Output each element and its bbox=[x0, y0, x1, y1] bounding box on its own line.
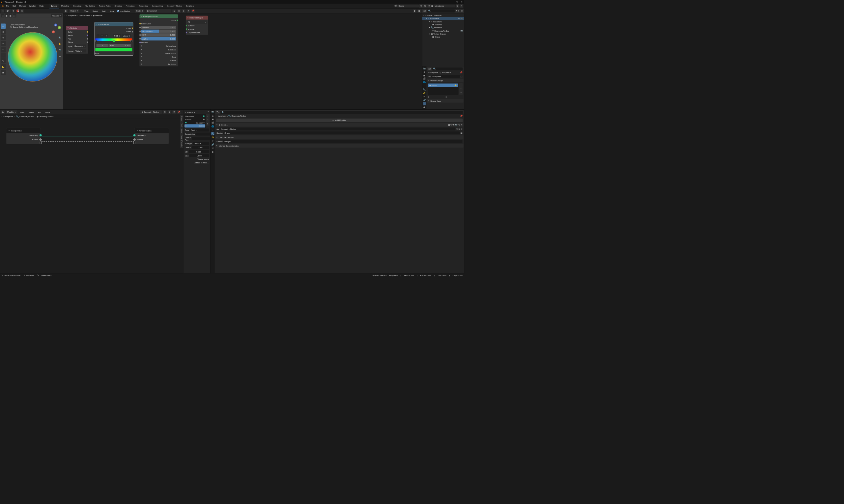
prop-tab-viewlayer[interactable]: ▦ bbox=[423, 74, 426, 77]
viewlayer-delete-button[interactable]: ✕ bbox=[460, 4, 463, 8]
iface-out-socket[interactable]: Socket bbox=[184, 118, 205, 121]
select-mode-4-icon[interactable]: ⬚ bbox=[13, 14, 16, 17]
prop-tab-viewlayer[interactable]: ▦ bbox=[211, 118, 214, 121]
ramp-stop-0[interactable] bbox=[95, 40, 97, 42]
mod-render-icon[interactable]: 📷 bbox=[455, 124, 457, 126]
pin-icon[interactable]: 📌 bbox=[460, 71, 463, 74]
workspace-texpaint[interactable]: Texture Paint bbox=[97, 4, 112, 8]
material-unlink-icon[interactable]: ✕ bbox=[186, 9, 190, 13]
ramp-index[interactable]: 1 bbox=[96, 44, 109, 47]
shield-icon[interactable]: ⬚ bbox=[461, 75, 463, 77]
prop-tab-object[interactable]: ▫ bbox=[423, 84, 426, 88]
vg-remove-button[interactable]: − bbox=[459, 87, 463, 91]
axis-x[interactable]: X bbox=[52, 30, 55, 33]
gn-unlink-icon[interactable]: ✕ bbox=[461, 128, 463, 130]
pin-icon[interactable]: 📌 bbox=[192, 9, 195, 13]
group-input-node[interactable]: Group Input Geometry Socket bbox=[6, 128, 41, 144]
gn-tab-nodewrangler[interactable]: Node Wrangler bbox=[180, 134, 183, 148]
colorramp-gradient[interactable] bbox=[95, 38, 132, 41]
cursor-tool[interactable]: ⊕ bbox=[1, 29, 5, 34]
outliner-editor-icon[interactable]: ☰▾ bbox=[423, 9, 427, 13]
axis-y[interactable]: Y bbox=[58, 26, 61, 29]
attribute-toggle-icon[interactable]: ▦ bbox=[461, 132, 463, 134]
gn-pin-icon[interactable]: 📌 bbox=[177, 110, 181, 114]
workspace-sculpting[interactable]: Sculpting bbox=[71, 4, 83, 8]
menu-render[interactable]: Render bbox=[18, 4, 28, 8]
prop-tab-modifier[interactable]: 🔧 bbox=[423, 88, 426, 91]
max-field[interactable]: 1.000 bbox=[190, 154, 209, 157]
gn-view-menu[interactable]: View bbox=[18, 110, 26, 114]
internal-deps-panel[interactable]: Internal Dependencies bbox=[215, 144, 464, 148]
group-transmission[interactable]: Transmission bbox=[140, 52, 177, 55]
prop-tab-mesh-data[interactable]: ▽ bbox=[423, 102, 426, 105]
gn-tree-name[interactable]: ◈ Geometry Nodes bbox=[140, 110, 162, 114]
camera-view-icon[interactable]: 📷 bbox=[57, 48, 62, 52]
prop-tab-material[interactable]: ◉ bbox=[211, 150, 214, 154]
outliner-search[interactable]: 🔍 bbox=[427, 10, 455, 13]
select-mode-3-icon[interactable]: ▦ bbox=[8, 14, 12, 17]
outliner-icosphere-obj[interactable]: ▾ ▽ Icosphere👁 📷 bbox=[422, 17, 464, 20]
workspace-uv[interactable]: UV Editing bbox=[84, 4, 97, 8]
proportional-icon[interactable]: ◎ bbox=[20, 9, 24, 13]
shader-object-mode[interactable]: Object ▾ bbox=[69, 9, 79, 13]
viewlayer-new-button[interactable]: ⧉ bbox=[455, 4, 459, 8]
mod-viewport-icon[interactable]: 👁 bbox=[452, 124, 454, 126]
shader-view-menu[interactable]: View bbox=[83, 9, 90, 13]
gn-modifier-header[interactable]: ◈Geom… ▦ ✎ 👁 📷 ▾ ⠿ ✕ bbox=[215, 123, 464, 127]
hide-value-checkbox[interactable]: ☐ Hide Value bbox=[184, 158, 210, 161]
add-modifier-button[interactable]: + Add Modifier bbox=[216, 119, 463, 122]
menu-edit[interactable]: Edit bbox=[11, 4, 17, 8]
shader-select-menu[interactable]: Select bbox=[91, 9, 100, 13]
breadcrumb-item[interactable]: ◈ Geometry Nodes bbox=[37, 115, 54, 118]
iface-in-socket[interactable]: Socket bbox=[184, 124, 205, 127]
workspace-rendering[interactable]: Rendering bbox=[137, 4, 149, 8]
outliner-mesh[interactable]: ▾ ▽ Icosphere bbox=[422, 20, 464, 23]
gn-nodetree-name[interactable]: Geometry Nodes bbox=[220, 127, 455, 130]
workspace-animation[interactable]: Animation bbox=[124, 4, 137, 8]
ortho-toggle-icon[interactable]: ⊞ bbox=[57, 54, 62, 59]
group-emission[interactable]: Emission bbox=[140, 62, 177, 66]
gn-new-icon[interactable]: ⧉ bbox=[168, 110, 171, 114]
scene-name-field[interactable]: Scene bbox=[397, 5, 419, 7]
add-tool[interactable]: ▦ bbox=[1, 70, 5, 75]
prop-tab-output[interactable]: 🖨 bbox=[423, 71, 426, 74]
mod-extra-icon[interactable]: ⠿ bbox=[459, 124, 460, 126]
workspace-scripting[interactable]: Scripting bbox=[184, 4, 196, 8]
principled-bsdf-node[interactable]: Principled BSDF BSDF Base Color Metallic… bbox=[139, 14, 178, 67]
group-coat[interactable]: Coat bbox=[140, 55, 177, 58]
workspace-layout[interactable]: Layout bbox=[49, 4, 59, 8]
scene-new-button[interactable]: ⧉ bbox=[423, 4, 427, 8]
group-sheen[interactable]: Sheen bbox=[140, 59, 177, 62]
select-tool[interactable]: ▭ bbox=[1, 24, 5, 29]
use-nodes-checkbox[interactable]: Use Nodes bbox=[117, 10, 130, 12]
workspace-modeling[interactable]: Modeling bbox=[59, 4, 71, 8]
material-slot[interactable]: Slot 1 ▾ bbox=[135, 9, 144, 13]
breadcrumb-item[interactable]: ▫ Icosphere bbox=[3, 115, 13, 118]
gn-unlink-icon[interactable]: ✕ bbox=[172, 110, 176, 114]
ramp-stop-2[interactable] bbox=[130, 40, 132, 42]
menu-file[interactable]: File bbox=[5, 4, 11, 8]
zoom-tool-icon[interactable]: 🔍 bbox=[57, 35, 62, 40]
viewport-gizmo[interactable]: Z Y X bbox=[50, 24, 61, 35]
defattr-field[interactable] bbox=[192, 137, 210, 140]
ramp-add-button[interactable]: + bbox=[96, 34, 100, 38]
menu-help[interactable]: Help bbox=[38, 4, 45, 8]
ior-slider[interactable]: IOR1.450 bbox=[141, 33, 176, 37]
outliner-filter-icon[interactable]: ▼▾ bbox=[455, 9, 459, 13]
vg-menu-button[interactable]: ▾ bbox=[459, 91, 463, 95]
subtype-dropdown[interactable]: Factor ▾ bbox=[193, 142, 209, 145]
iface-out-geometry[interactable]: Geometry bbox=[184, 115, 205, 118]
props-editor-icon[interactable]: ☰▾ bbox=[216, 111, 220, 114]
prop-tab-physics[interactable]: ⚛ bbox=[211, 139, 214, 143]
select-mode-2-icon[interactable]: ▣ bbox=[5, 14, 8, 17]
prop-tab-modifier[interactable]: 🔧 bbox=[211, 132, 214, 136]
mesh-name-field[interactable]: Icosphere bbox=[432, 75, 460, 78]
prop-tab-world[interactable]: 🌐 bbox=[211, 125, 214, 128]
outliner-material[interactable]: ◉ Material bbox=[422, 23, 464, 26]
iface-remove-button[interactable]: − bbox=[206, 118, 210, 122]
scene-browse-button[interactable]: ◫ bbox=[419, 4, 423, 8]
shader-editor[interactable]: › ▫ Icosphere › ▽ Icosphere › ◉ Material… bbox=[63, 14, 464, 110]
gn-node-menu[interactable]: Node bbox=[44, 110, 51, 114]
pin-icon[interactable]: 📌 bbox=[460, 115, 463, 117]
menu-window[interactable]: Window bbox=[28, 4, 38, 8]
